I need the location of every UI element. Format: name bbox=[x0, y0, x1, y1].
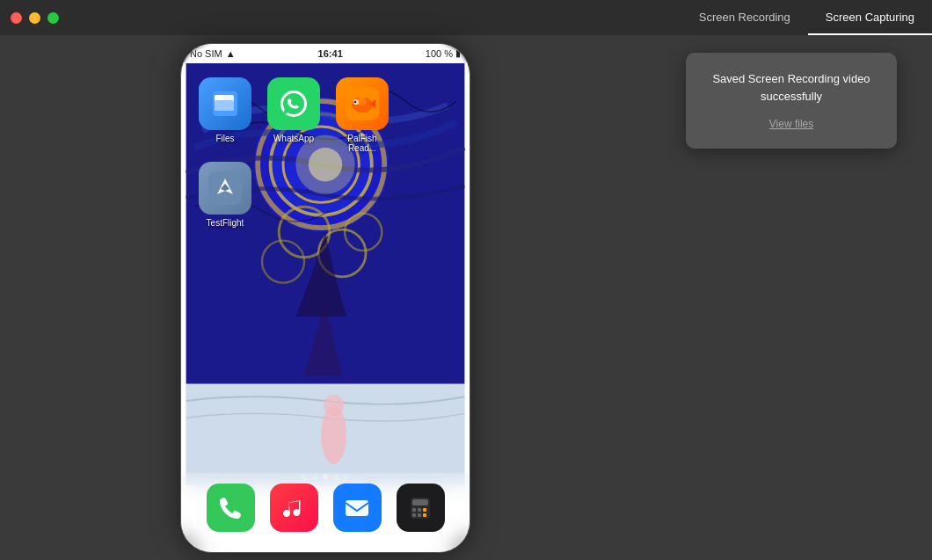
app-files[interactable]: Files bbox=[195, 77, 255, 153]
main-content: No SIM ▲ 16:41 100 % ▮ bbox=[0, 35, 932, 560]
traffic-lights bbox=[0, 12, 59, 24]
phone-dock bbox=[181, 473, 470, 552]
dock-music[interactable] bbox=[270, 484, 318, 532]
status-time: 16:41 bbox=[318, 48, 343, 59]
app-palfish[interactable]: PalFish Read... bbox=[332, 77, 392, 153]
svg-rect-35 bbox=[418, 513, 421, 517]
notification-card: Saved Screen Recording video successfull… bbox=[686, 53, 897, 149]
dock-phone[interactable] bbox=[207, 484, 255, 532]
tab-screen-capturing[interactable]: Screen Capturing bbox=[808, 0, 932, 35]
right-panel: Saved Screen Recording video successfull… bbox=[651, 35, 932, 560]
battery-text: 100 % bbox=[426, 48, 453, 59]
palfish-label: PalFish Read... bbox=[332, 134, 392, 153]
svg-rect-36 bbox=[423, 513, 426, 517]
app-whatsapp[interactable]: WhatsApp bbox=[264, 77, 324, 153]
close-button[interactable] bbox=[11, 12, 22, 24]
testflight-label: TestFlight bbox=[207, 218, 244, 228]
title-bar: Screen Recording Screen Capturing bbox=[0, 0, 932, 35]
notification-message: Saved Screen Recording video successfull… bbox=[703, 70, 879, 105]
svg-rect-18 bbox=[215, 100, 234, 111]
svg-rect-30 bbox=[412, 499, 428, 505]
view-files-link[interactable]: View files bbox=[769, 118, 813, 130]
status-left: No SIM ▲ bbox=[190, 48, 236, 59]
svg-point-15 bbox=[324, 395, 344, 415]
files-label: Files bbox=[215, 134, 234, 143]
carrier-text: No SIM bbox=[190, 48, 222, 59]
whatsapp-label: WhatsApp bbox=[273, 134, 314, 143]
tab-screen-recording[interactable]: Screen Recording bbox=[681, 0, 808, 35]
minimize-button[interactable] bbox=[29, 12, 40, 24]
app-grid: Files WhatsApp bbox=[181, 70, 470, 235]
svg-rect-31 bbox=[412, 508, 416, 512]
svg-rect-28 bbox=[346, 500, 368, 516]
svg-rect-19 bbox=[215, 95, 223, 100]
svg-rect-32 bbox=[418, 508, 421, 512]
files-icon bbox=[199, 77, 251, 130]
testflight-icon bbox=[199, 162, 251, 215]
title-bar-tabs: Screen Recording Screen Capturing bbox=[681, 0, 932, 35]
dock-mail[interactable] bbox=[333, 484, 382, 532]
svg-rect-33 bbox=[423, 508, 426, 512]
svg-point-26 bbox=[356, 98, 367, 105]
phone-status-bar: No SIM ▲ 16:41 100 % ▮ bbox=[181, 44, 470, 63]
wifi-icon: ▲ bbox=[226, 48, 236, 59]
app-testflight[interactable]: TestFlight bbox=[195, 162, 255, 228]
battery-icon: ▮ bbox=[455, 47, 461, 59]
phone-frame: No SIM ▲ 16:41 100 % ▮ bbox=[180, 43, 470, 553]
svg-rect-34 bbox=[412, 513, 416, 517]
palfish-icon bbox=[336, 77, 389, 130]
left-area: No SIM ▲ 16:41 100 % ▮ bbox=[0, 35, 651, 560]
status-right: 100 % ▮ bbox=[426, 47, 461, 59]
maximize-button[interactable] bbox=[47, 12, 59, 24]
whatsapp-icon bbox=[267, 77, 320, 130]
dock-calculator[interactable] bbox=[397, 484, 445, 532]
